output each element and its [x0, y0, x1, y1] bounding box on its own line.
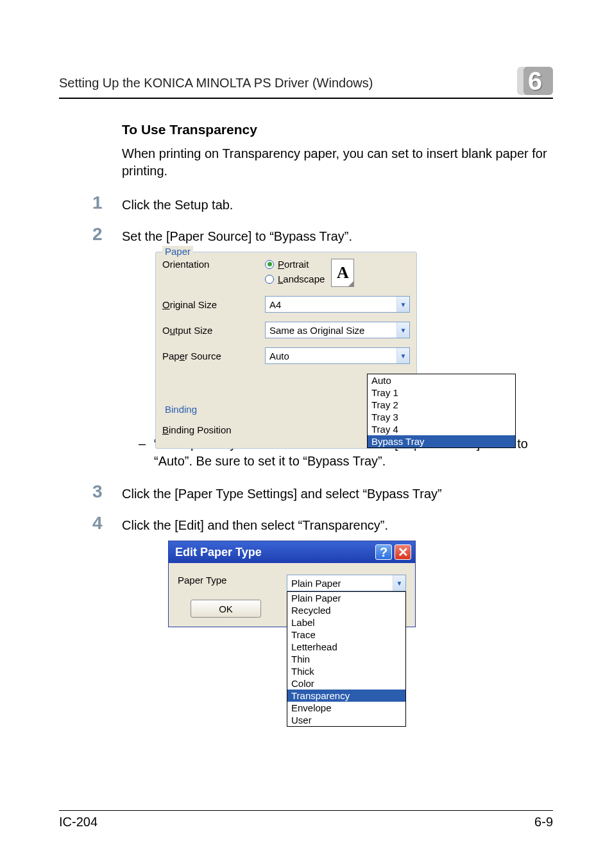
paper-source-value: Auto	[269, 351, 289, 361]
dash-bullet: –	[139, 435, 154, 470]
step-2-text: Set the [Paper Source] to “Bypass Tray”.	[122, 228, 548, 245]
dialog-edit-paper-type: Edit Paper Type ? ✕ Paper Type OK	[168, 541, 416, 627]
original-size-value: A4	[269, 299, 281, 310]
orientation-preview-icon: A	[331, 259, 354, 287]
help-icon: ?	[380, 545, 387, 560]
paper-source-option[interactable]: Auto	[368, 374, 515, 386]
step-4: 4 Click the [Edit] and then select “Tran…	[122, 517, 548, 627]
titlebar-buttons: ? ✕	[375, 544, 411, 560]
footer-right: 6-9	[534, 815, 553, 829]
chevron-down-icon: ▼	[396, 297, 409, 312]
paper-source-option[interactable]: Tray 2	[368, 399, 515, 411]
paper-type-option[interactable]: User	[287, 714, 405, 726]
page: Setting Up the KONICA MINOLTA PS Driver …	[0, 0, 612, 868]
original-size-row: Original Size A4 ▼	[162, 296, 410, 313]
footer-rule	[59, 810, 553, 811]
page-footer: IC-204 6-9	[59, 810, 553, 829]
paper-type-option[interactable]: Letterhead	[287, 641, 405, 653]
paper-type-option[interactable]: Plain Paper	[287, 592, 405, 604]
portrait-radio[interactable]: Portrait	[265, 259, 325, 270]
chevron-down-icon: ▼	[396, 348, 409, 363]
paper-type-dropdown[interactable]: Plain Paper Recycled Label Trace Letterh…	[287, 591, 406, 727]
footer-row: IC-204 6-9	[59, 815, 553, 829]
content: To Use Transparency When printing on Tra…	[122, 122, 548, 641]
paper-type-option[interactable]: Trace	[287, 629, 405, 641]
dialog-right-column: Plain Paper ▼ Plain Paper Recycled Label…	[287, 575, 406, 591]
output-size-value: Same as Original Size	[269, 325, 364, 336]
output-size-row: Output Size Same as Original Size ▼	[162, 322, 410, 338]
paper-type-option[interactable]: Thin	[287, 653, 405, 665]
dialog-left-column: Paper Type OK	[178, 575, 274, 618]
ok-label: OK	[219, 603, 233, 614]
header-title: Setting Up the KONICA MINOLTA PS Driver …	[59, 76, 373, 91]
footer-left: IC-204	[59, 815, 98, 829]
output-size-label: Output Size	[162, 325, 265, 336]
paper-type-option-selected[interactable]: Transparency	[287, 690, 405, 702]
paper-type-option[interactable]: Thick	[287, 665, 405, 677]
dialog-titlebar: Edit Paper Type ? ✕	[169, 541, 415, 563]
chevron-down-icon: ▼	[396, 322, 409, 338]
step-3: 3 Click the [Paper Type Settings] and se…	[122, 485, 548, 503]
groupbox-binding-legend: Binding	[162, 404, 200, 415]
close-button[interactable]: ✕	[395, 544, 411, 560]
chapter-number: 6	[528, 67, 542, 96]
step-2: 2 Set the [Paper Source] to “Bypass Tray…	[122, 228, 548, 421]
output-size-combo[interactable]: Same as Original Size ▼	[265, 322, 410, 338]
binding-position-label: Binding Position	[162, 424, 265, 435]
dialog-body: Paper Type OK Plain Paper ▼ Plain Paper	[169, 563, 415, 627]
step-1-text: Click the Setup tab.	[122, 196, 548, 214]
radio-unchecked-icon	[265, 275, 274, 284]
paper-type-option[interactable]: Label	[287, 616, 405, 629]
header-rule	[59, 98, 553, 99]
paper-source-option[interactable]: Tray 3	[368, 411, 515, 423]
portrait-label-rest: ortrait	[284, 259, 309, 270]
paper-source-row: Paper Source Auto ▼	[162, 347, 410, 364]
orientation-label: Orientation	[162, 259, 265, 270]
step-1-number: 1	[92, 193, 103, 213]
section-heading: To Use Transparency	[122, 122, 548, 137]
paper-source-option[interactable]: Tray 1	[368, 386, 515, 399]
original-size-label: Original Size	[162, 299, 265, 310]
step-2-number: 2	[92, 224, 103, 245]
paper-type-value: Plain Paper	[291, 578, 341, 589]
chevron-down-icon: ▼	[393, 575, 405, 591]
header-row: Setting Up the KONICA MINOLTA PS Driver …	[59, 76, 553, 95]
step-4-number: 4	[92, 513, 103, 534]
paper-type-option[interactable]: Envelope	[287, 702, 405, 714]
step-3-number: 3	[92, 482, 103, 502]
help-button[interactable]: ?	[375, 544, 392, 560]
step-1: 1 Click the Setup tab.	[122, 196, 548, 214]
figure1-container: Paper Orientation Portrait	[155, 252, 417, 421]
paper-type-option[interactable]: Recycled	[287, 604, 405, 616]
paper-source-option-selected[interactable]: Bypass Tray	[368, 435, 515, 447]
ok-button[interactable]: OK	[191, 600, 261, 618]
orientation-radio-column: Portrait Landscape	[265, 259, 325, 287]
dialog-title: Edit Paper Type	[175, 546, 262, 559]
paper-source-combo[interactable]: Auto ▼	[265, 347, 410, 364]
paper-source-option[interactable]: Tray 4	[368, 423, 515, 435]
figure-paper-group: Paper Orientation Portrait	[155, 252, 548, 421]
step-4-text: Click the [Edit] and then select “Transp…	[122, 517, 548, 534]
chapter-badge: 6	[517, 67, 553, 95]
figure-edit-paper-type: Edit Paper Type ? ✕ Paper Type OK	[168, 541, 548, 627]
section-intro: When printing on Transparency paper, you…	[122, 145, 548, 180]
dialog-container: Edit Paper Type ? ✕ Paper Type OK	[168, 541, 416, 627]
radio-checked-icon	[265, 260, 274, 269]
paper-type-option[interactable]: Color	[287, 677, 405, 690]
paper-source-label: Paper Source	[162, 351, 265, 361]
landscape-radio[interactable]: Landscape	[265, 273, 325, 284]
paper-source-dropdown[interactable]: Auto Tray 1 Tray 2 Tray 3 Tray 4 Bypass …	[367, 374, 516, 448]
orientation-options: Portrait Landscape A	[265, 259, 410, 287]
step-3-text: Click the [Paper Type Settings] and sele…	[122, 485, 548, 503]
paper-type-combo[interactable]: Plain Paper ▼	[287, 575, 406, 591]
original-size-combo[interactable]: A4 ▼	[265, 296, 410, 313]
page-corner-icon	[348, 281, 354, 287]
orientation-glyph: A	[337, 263, 349, 282]
page-header: Setting Up the KONICA MINOLTA PS Driver …	[59, 76, 553, 99]
paper-type-label: Paper Type	[178, 575, 274, 586]
landscape-label-rest: andscape	[283, 273, 325, 284]
orientation-row: Orientation Portrait Landscap	[162, 259, 410, 287]
groupbox-paper-legend: Paper	[162, 246, 193, 257]
close-icon: ✕	[398, 544, 409, 560]
